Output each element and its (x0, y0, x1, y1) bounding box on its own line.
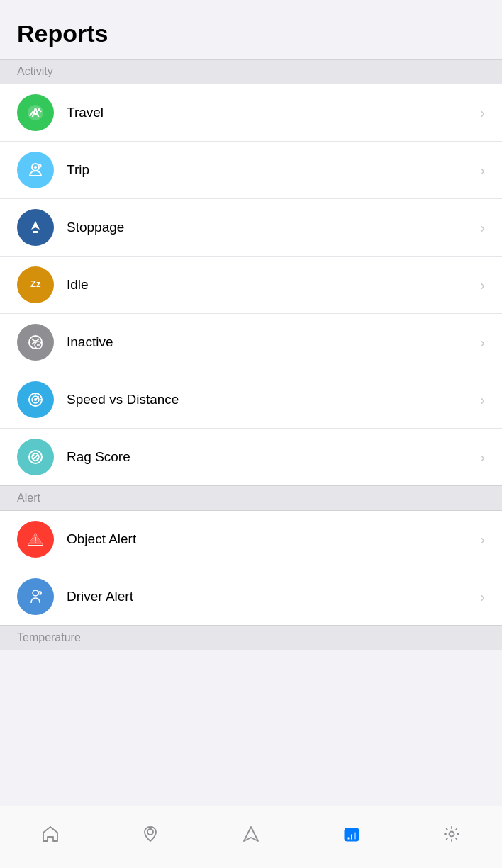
object-alert-chevron: › (480, 531, 485, 548)
nav-settings[interactable] (401, 824, 502, 844)
list-item-driver-alert[interactable]: ! Driver Alert › (0, 568, 502, 625)
home-icon (40, 824, 60, 844)
rag-icon (17, 439, 54, 475)
inactive-chevron: › (480, 334, 485, 351)
activity-list: A Travel › Trip › (0, 84, 502, 485)
idle-label: Idle (67, 277, 474, 293)
svg-point-24 (147, 829, 153, 835)
driver-alert-icon: ! (17, 578, 54, 615)
svg-rect-3 (33, 231, 38, 233)
svg-marker-25 (244, 827, 258, 841)
trip-chevron: › (480, 162, 485, 179)
idle-chevron: › (480, 277, 485, 293)
svg-rect-28 (350, 834, 352, 840)
idle-icon: Zz (17, 266, 54, 303)
page-header: Reports (0, 0, 502, 59)
list-item-object-alert[interactable]: ! Object Alert › (0, 511, 502, 568)
nav-location[interactable] (101, 824, 201, 844)
section-header-alert: Alert (0, 485, 502, 511)
svg-text:!: ! (39, 591, 40, 596)
navigation-icon (241, 824, 261, 844)
svg-text:!: ! (34, 535, 37, 546)
travel-label: Travel (67, 105, 474, 120)
content-area: Reports Activity A Travel › (0, 0, 502, 868)
svg-point-30 (450, 831, 454, 836)
driver-alert-label: Driver Alert (67, 589, 474, 604)
list-item-rag-score[interactable]: Rag Score › (0, 429, 502, 485)
nav-reports[interactable] (301, 824, 402, 844)
list-item-speed-vs-distance[interactable]: Speed vs Distance › (0, 371, 502, 429)
list-item-idle[interactable]: Zz Idle › (0, 257, 502, 314)
bottom-nav (0, 806, 502, 868)
reports-icon (342, 824, 362, 844)
section-header-activity: Activity (0, 59, 502, 84)
nav-home[interactable] (0, 824, 101, 844)
inactive-label: Inactive (67, 334, 474, 350)
svg-point-18 (33, 454, 35, 456)
travel-icon: A (17, 94, 54, 131)
alert-list: ! Object Alert › ! Driver Alert › (0, 511, 502, 625)
page-title: Reports (17, 20, 485, 47)
speed-icon (17, 381, 54, 418)
object-alert-label: Object Alert (67, 531, 474, 547)
travel-chevron: › (480, 105, 485, 121)
svg-rect-27 (347, 837, 350, 840)
speed-vs-distance-label: Speed vs Distance (67, 392, 474, 407)
stoppage-label: Stoppage (67, 220, 474, 235)
svg-rect-29 (354, 832, 356, 840)
rag-score-chevron: › (480, 449, 485, 466)
list-item-travel[interactable]: A Travel › (0, 84, 502, 142)
list-item-inactive[interactable]: Inactive › (0, 314, 502, 371)
speed-vs-distance-chevron: › (480, 392, 485, 408)
svg-point-21 (33, 590, 38, 596)
nav-navigation[interactable] (201, 824, 301, 844)
svg-text:Zz: Zz (30, 278, 41, 289)
list-item-stoppage[interactable]: Stoppage › (0, 199, 502, 257)
trip-icon (17, 152, 54, 188)
object-alert-icon: ! (17, 521, 54, 558)
section-header-temperature: Temperature (0, 625, 502, 650)
stoppage-icon (17, 209, 54, 246)
driver-alert-chevron: › (480, 589, 485, 605)
svg-point-2 (34, 166, 37, 169)
svg-point-19 (37, 458, 39, 461)
trip-label: Trip (67, 162, 474, 178)
rag-score-label: Rag Score (67, 449, 474, 465)
stoppage-chevron: › (480, 220, 485, 236)
settings-icon (442, 824, 462, 844)
inactive-icon (17, 324, 54, 361)
list-item-trip[interactable]: Trip › (0, 142, 502, 199)
location-icon (140, 824, 160, 844)
